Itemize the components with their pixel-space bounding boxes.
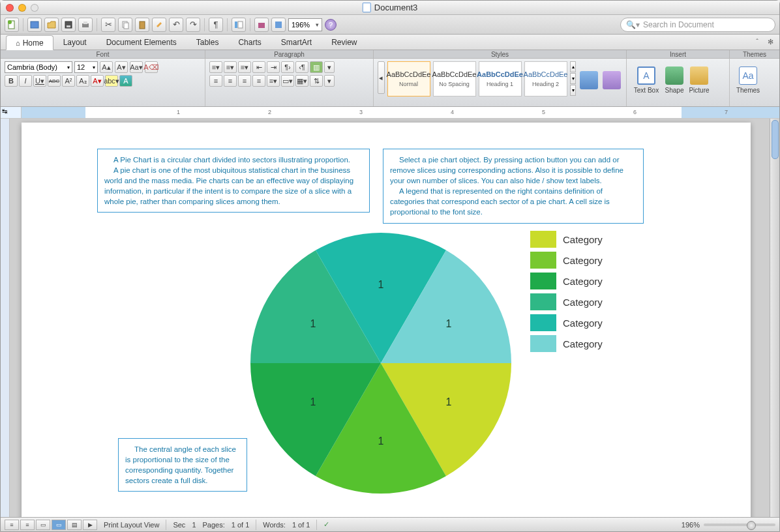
text-effects-button[interactable]: A	[119, 75, 132, 87]
sort-button[interactable]: ⇅	[310, 75, 323, 87]
tab-review[interactable]: Review	[322, 35, 367, 50]
zoom-window-button[interactable]	[31, 4, 38, 12]
align-left-button[interactable]: ≡	[209, 75, 222, 87]
legend-item[interactable]: Category	[530, 335, 603, 352]
styles-scroll-down[interactable]: ▾	[570, 73, 577, 84]
ruler[interactable]: ↹ 1 2 3 4 5 6 7	[1, 107, 779, 119]
font-size-select[interactable]: 12	[74, 61, 98, 73]
font-color-button[interactable]: A▾	[91, 75, 104, 87]
bold-button[interactable]: B	[5, 75, 18, 87]
show-formatting-button[interactable]: ¶	[209, 18, 223, 32]
insert-picture-button[interactable]: Picture	[687, 61, 712, 99]
superscript-button[interactable]: A²	[62, 75, 75, 87]
decrease-indent-button[interactable]: ⇤	[252, 61, 265, 73]
style-normal[interactable]: AaBbCcDdEeNormal	[387, 61, 430, 96]
zoom-value[interactable]: 196%	[682, 521, 700, 529]
legend-item[interactable]: Category	[530, 273, 603, 289]
view-print-layout[interactable]: ▭	[52, 520, 66, 530]
view-fullscreen[interactable]: ▶	[83, 520, 97, 530]
themes-button[interactable]: AaThemes	[734, 61, 762, 99]
bullets-button[interactable]: ≡▾	[209, 61, 222, 73]
align-center-button[interactable]: ≡	[224, 75, 237, 87]
toolbox-button[interactable]	[254, 18, 269, 32]
copy-button[interactable]	[118, 18, 132, 32]
textbox-1[interactable]: A Pie Chart is a circular chart divided …	[97, 149, 370, 213]
help-button[interactable]: ?	[325, 19, 337, 31]
styles-scroll-left[interactable]: ◂	[378, 61, 385, 94]
insert-textbox-button[interactable]: AText Box	[631, 61, 662, 99]
legend-item[interactable]: Category	[530, 293, 603, 310]
ribbon-settings-button[interactable]: ✻	[765, 37, 775, 47]
horizontal-ruler[interactable]: 1 2 3 4 5 6 7	[22, 107, 779, 118]
multilevel-button[interactable]: ≡▾	[238, 61, 251, 73]
columns-button[interactable]: ▥	[310, 61, 323, 73]
increase-indent-button[interactable]: ⇥	[267, 61, 280, 73]
spellcheck-icon[interactable]: ✓	[323, 520, 329, 529]
view-publishing[interactable]: ▭	[36, 520, 50, 530]
styles-pane-button[interactable]	[602, 61, 622, 99]
pie-chart[interactable]: 111111	[248, 231, 513, 497]
paste-button[interactable]	[135, 18, 149, 32]
style-no-spacing[interactable]: AaBbCcDdEeNo Spacing	[433, 61, 476, 96]
strikethrough-button[interactable]: ABC	[48, 75, 61, 87]
redo-button[interactable]: ↷	[186, 18, 200, 32]
line-spacing-button[interactable]: ≡▾	[267, 75, 280, 87]
highlight-button[interactable]: abc▾	[105, 75, 118, 87]
sidebar-button[interactable]	[232, 18, 246, 32]
align-right-button[interactable]: ≡	[238, 75, 251, 87]
cut-button[interactable]: ✂	[101, 18, 115, 32]
page[interactable]: A Pie Chart is a circular chart divided …	[22, 123, 751, 517]
numbering-button[interactable]: ≡▾	[224, 61, 237, 73]
insert-shape-button[interactable]: Shape	[662, 61, 687, 99]
subscript-button[interactable]: A₂	[76, 75, 89, 87]
style-heading1[interactable]: AaBbCcDdEeHeading 1	[479, 61, 522, 96]
tab-smartart[interactable]: SmartArt	[271, 35, 322, 50]
vertical-scrollbar[interactable]	[770, 119, 779, 517]
legend-item[interactable]: Category	[530, 314, 603, 331]
undo-button[interactable]: ↶	[169, 18, 183, 32]
styles-gallery[interactable]: AaBbCcDdEeNormal AaBbCcDdEeNo Spacing Aa…	[387, 61, 567, 96]
tab-charts[interactable]: Charts	[228, 35, 271, 50]
save-button[interactable]	[61, 18, 76, 32]
legend-item[interactable]: Category	[530, 231, 603, 248]
chart-legend[interactable]: CategoryCategoryCategoryCategoryCategory…	[530, 231, 603, 356]
tab-tables[interactable]: Tables	[187, 35, 229, 50]
borders-button[interactable]: ▦▾	[295, 75, 308, 87]
search-input[interactable]: 🔍▾ Search in Document	[620, 18, 775, 32]
change-styles-button[interactable]	[578, 61, 599, 99]
close-window-button[interactable]	[6, 4, 14, 12]
paragraph-more-button[interactable]: ▾	[324, 61, 335, 73]
view-draft[interactable]: ≡	[5, 520, 19, 530]
paragraph-launcher[interactable]: ▾	[324, 75, 335, 87]
ltr-button[interactable]: ¶›	[281, 61, 294, 73]
font-name-select[interactable]: Cambria (Body)	[5, 61, 72, 73]
ribbon-expand-button[interactable]: ˆ	[752, 37, 762, 47]
rtl-button[interactable]: ‹¶	[295, 61, 308, 73]
textbox-2[interactable]: Select a pie chart object. By pressing a…	[383, 149, 644, 224]
view-notebook[interactable]: ▤	[67, 520, 82, 530]
change-case-button[interactable]: Aa▾	[130, 61, 143, 73]
scrollbar-thumb[interactable]	[772, 120, 779, 159]
justify-button[interactable]: ≡	[252, 75, 265, 87]
vertical-ruler[interactable]	[1, 119, 10, 517]
view-outline[interactable]: ≡	[20, 520, 35, 530]
shading-button[interactable]: ▭▾	[281, 75, 294, 87]
print-button[interactable]	[78, 18, 93, 32]
styles-scroll-up[interactable]: ▴	[570, 61, 577, 72]
tab-home[interactable]: Home	[6, 35, 53, 50]
new-doc-button[interactable]	[5, 18, 19, 32]
grow-font-button[interactable]: A▴	[100, 61, 113, 73]
shrink-font-button[interactable]: A▾	[115, 61, 128, 73]
minimize-window-button[interactable]	[18, 4, 26, 12]
italic-button[interactable]: I	[19, 75, 32, 87]
styles-expand[interactable]: ▾	[570, 85, 577, 96]
gallery-button[interactable]	[271, 18, 286, 32]
open-button[interactable]	[44, 18, 59, 32]
underline-button[interactable]: U▾	[33, 75, 46, 87]
template-button[interactable]	[27, 18, 42, 32]
tab-document-elements[interactable]: Document Elements	[97, 35, 187, 50]
style-heading2[interactable]: AaBbCcDdEeHeading 2	[524, 61, 567, 96]
textbox-3[interactable]: The central angle of each slice is propo…	[118, 438, 247, 492]
zoom-select[interactable]: 196%	[288, 18, 322, 31]
page-scroll[interactable]: A Pie Chart is a circular chart divided …	[10, 119, 770, 517]
